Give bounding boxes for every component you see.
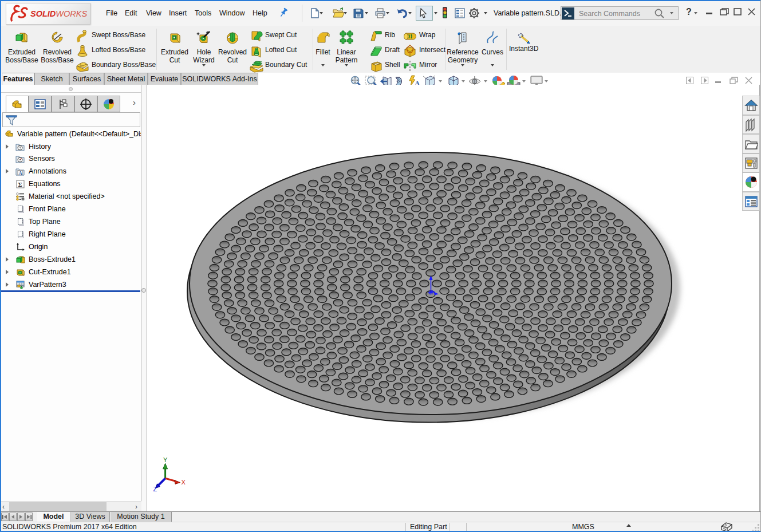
svg-text:SOLIDWORKS: SOLIDWORKS xyxy=(30,9,87,18)
svg-text:Z: Z xyxy=(153,486,157,492)
svg-text:A: A xyxy=(18,170,22,176)
svg-text:Σ: Σ xyxy=(18,181,22,188)
svg-text:Y: Y xyxy=(163,456,168,463)
svg-text:X: X xyxy=(182,479,186,486)
